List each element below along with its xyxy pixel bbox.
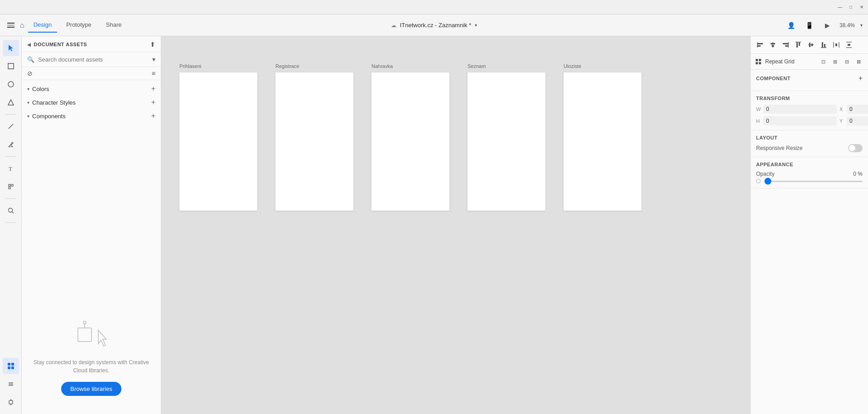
svg-rect-41: [824, 44, 825, 47]
rectangle-tool-button[interactable]: [3, 58, 19, 74]
assets-panel-header: ◀ DOCUMENT ASSETS ⬆: [22, 36, 161, 52]
text-tool-button[interactable]: T: [3, 160, 19, 177]
repeat-grid-btn-2[interactable]: ⊞: [830, 57, 840, 67]
y-field: Y: [839, 116, 868, 125]
component-tool-button[interactable]: [3, 178, 19, 195]
empty-state-illustration: [73, 317, 110, 353]
y-label: Y: [839, 118, 845, 124]
triangle-tool-button[interactable]: [3, 94, 19, 111]
toolbar-center: ☁ ITnetwork.cz - Zaznamnik * ▾: [96, 22, 772, 29]
search-bar: 🔍 ▾: [22, 52, 161, 67]
align-vertical-center-button[interactable]: [805, 39, 817, 51]
opacity-slider[interactable]: [764, 181, 863, 182]
y-input[interactable]: [847, 116, 868, 125]
align-left-edge-button[interactable]: [754, 39, 766, 51]
opacity-value: 0 %: [853, 171, 863, 177]
frame-box[interactable]: [468, 72, 545, 211]
svg-rect-26: [757, 45, 761, 47]
assets-upload-icon[interactable]: ⬆: [150, 41, 155, 48]
colors-section: ▾ Colors +: [22, 82, 161, 96]
align-bottom-edge-button[interactable]: [818, 39, 829, 51]
char-styles-add-icon[interactable]: +: [151, 98, 155, 106]
tools-panel: T: [0, 36, 22, 414]
svg-rect-8: [9, 187, 10, 189]
svg-rect-49: [756, 59, 758, 61]
frame-label: Seznam: [468, 63, 545, 69]
list-view-icon[interactable]: ≡: [152, 70, 155, 77]
window-controls[interactable]: — □ ✕: [837, 5, 864, 10]
tab-prototype[interactable]: Prototype: [61, 18, 97, 33]
search-input[interactable]: [38, 56, 149, 63]
colors-add-icon[interactable]: +: [151, 85, 155, 93]
filter-icon[interactable]: ⊘: [27, 70, 33, 77]
title-chevron-icon[interactable]: ▾: [475, 23, 477, 28]
frame-box[interactable]: [179, 72, 257, 211]
assets-panel-title-group: ◀ DOCUMENT ASSETS: [27, 42, 87, 47]
colors-section-header[interactable]: ▾ Colors +: [22, 82, 161, 96]
toggle-knob: [849, 145, 855, 151]
device-preview-icon[interactable]: 📱: [803, 19, 816, 32]
plugins-panel-toggle[interactable]: [3, 394, 19, 410]
browse-libraries-button[interactable]: Browse libraries: [61, 382, 121, 396]
frame-box[interactable]: [371, 72, 449, 211]
appearance-section-header: APPEARANCE: [756, 162, 863, 167]
align-top-edge-button[interactable]: [792, 39, 804, 51]
search-tool-button[interactable]: [3, 202, 19, 219]
responsive-resize-label: Responsive Resize: [756, 145, 803, 151]
assets-panel-toggle[interactable]: [3, 358, 19, 374]
repeat-grid-btn-3[interactable]: ⊟: [842, 57, 852, 67]
height-input[interactable]: [763, 116, 837, 125]
character-styles-section: ▾ Character Styles +: [22, 96, 161, 109]
responsive-resize-row: Responsive Resize: [756, 144, 863, 152]
layout-section: LAYOUT Responsive Resize: [751, 130, 868, 157]
align-right-edge-button[interactable]: [780, 39, 791, 51]
svg-line-4: [9, 124, 13, 129]
pen-tool-button[interactable]: [3, 136, 19, 153]
svg-rect-11: [8, 363, 10, 366]
components-add-icon[interactable]: +: [151, 112, 155, 120]
zoom-chevron-icon[interactable]: ▾: [860, 23, 863, 28]
assets-collapse-icon[interactable]: ◀: [27, 42, 31, 47]
canvas-area[interactable]: PrihlaseniRegistraceNahravkaSeznamUlozis…: [161, 36, 750, 414]
components-section-header[interactable]: ▾ Components +: [22, 109, 161, 123]
close-button[interactable]: ✕: [859, 5, 864, 10]
hamburger-menu-icon[interactable]: [5, 20, 16, 31]
search-expand-icon[interactable]: ▾: [152, 56, 155, 63]
width-input[interactable]: [763, 105, 837, 114]
distribute-horizontally-button[interactable]: [830, 39, 842, 51]
distribute-vertically-button[interactable]: [843, 39, 855, 51]
transform-section-title: TRANSFORM: [756, 96, 790, 101]
components-section-title: ▾ Components: [27, 113, 66, 120]
svg-rect-21: [78, 328, 92, 342]
restore-button[interactable]: □: [848, 5, 854, 10]
colors-section-title: ▾ Colors: [27, 86, 49, 92]
frame-box[interactable]: [564, 72, 641, 211]
responsive-resize-toggle[interactable]: [848, 144, 863, 152]
appearance-section-title: APPEARANCE: [756, 162, 793, 167]
select-tool-button[interactable]: [3, 40, 19, 56]
ellipse-tool-button[interactable]: [3, 76, 19, 92]
user-icon[interactable]: 👤: [785, 19, 798, 32]
align-horizontal-center-button[interactable]: [767, 39, 779, 51]
repeat-grid-btn-4[interactable]: ⊠: [854, 57, 863, 67]
minimize-button[interactable]: —: [837, 5, 843, 10]
play-button[interactable]: ▶: [821, 19, 834, 32]
layers-panel-toggle[interactable]: [3, 376, 19, 392]
home-icon[interactable]: ⌂: [20, 21, 24, 29]
svg-rect-52: [759, 62, 761, 64]
opacity-row: Opacity 0 %: [756, 171, 863, 183]
character-styles-section-header[interactable]: ▾ Character Styles +: [22, 96, 161, 109]
height-label: H: [756, 118, 762, 124]
toolbar-left: ⌂ Design Prototype Share: [5, 18, 96, 33]
zoom-level[interactable]: 38.4%: [839, 22, 855, 29]
x-input[interactable]: [847, 105, 868, 114]
view-controls: ⊘ ≡: [22, 67, 161, 80]
line-tool-button[interactable]: [3, 118, 19, 135]
frame-wrapper: Prihlaseni: [179, 63, 257, 211]
frame-box[interactable]: [275, 72, 353, 211]
svg-rect-14: [11, 366, 14, 369]
component-add-button[interactable]: +: [858, 74, 863, 82]
tab-design[interactable]: Design: [28, 18, 57, 33]
repeat-grid-btn-1[interactable]: ⊡: [818, 57, 828, 67]
empty-state: Stay connected to design systems with Cr…: [22, 298, 161, 414]
